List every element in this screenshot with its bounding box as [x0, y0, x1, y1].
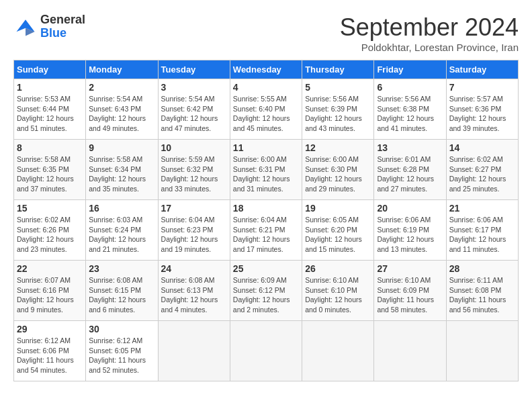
calendar-day-cell: 20Sunrise: 6:06 AMSunset: 6:19 PMDayligh…	[374, 200, 446, 261]
calendar-week-row: 29Sunrise: 6:12 AMSunset: 6:06 PMDayligh…	[14, 321, 519, 381]
day-info: Sunrise: 6:09 AMSunset: 6:12 PMDaylight:…	[233, 275, 299, 315]
calendar-day-cell: 17Sunrise: 6:04 AMSunset: 6:23 PMDayligh…	[158, 200, 230, 261]
day-number: 11	[233, 142, 299, 153]
day-number: 28	[449, 263, 515, 274]
day-info: Sunrise: 5:59 AMSunset: 6:32 PMDaylight:…	[161, 154, 227, 194]
day-number: 6	[377, 82, 443, 93]
day-info: Sunrise: 6:05 AMSunset: 6:20 PMDaylight:…	[305, 215, 371, 255]
calendar-day-cell: 28Sunrise: 6:11 AMSunset: 6:08 PMDayligh…	[446, 261, 518, 321]
day-info: Sunrise: 6:01 AMSunset: 6:28 PMDaylight:…	[377, 154, 443, 194]
calendar-day-cell: 11Sunrise: 6:00 AMSunset: 6:31 PMDayligh…	[230, 140, 302, 200]
calendar-day-cell: 2Sunrise: 5:54 AMSunset: 6:43 PMDaylight…	[86, 79, 158, 140]
calendar-day-cell: 12Sunrise: 6:00 AMSunset: 6:30 PMDayligh…	[302, 140, 374, 200]
day-number: 13	[377, 142, 443, 153]
calendar-day-cell	[374, 321, 446, 381]
calendar-day-cell: 26Sunrise: 6:10 AMSunset: 6:10 PMDayligh…	[302, 261, 374, 321]
day-info: Sunrise: 5:57 AMSunset: 6:36 PMDaylight:…	[449, 94, 515, 134]
calendar-day-cell: 6Sunrise: 5:56 AMSunset: 6:38 PMDaylight…	[374, 79, 446, 140]
calendar-table: SundayMondayTuesdayWednesdayThursdayFrid…	[13, 60, 519, 381]
day-info: Sunrise: 6:10 AMSunset: 6:10 PMDaylight:…	[305, 275, 371, 315]
day-info: Sunrise: 6:04 AMSunset: 6:21 PMDaylight:…	[233, 215, 299, 255]
calendar-day-cell: 7Sunrise: 5:57 AMSunset: 6:36 PMDaylight…	[446, 79, 518, 140]
calendar-day-cell: 3Sunrise: 5:54 AMSunset: 6:42 PMDaylight…	[158, 79, 230, 140]
calendar-day-cell	[446, 321, 518, 381]
calendar-week-row: 1Sunrise: 5:53 AMSunset: 6:44 PMDaylight…	[14, 79, 519, 140]
location-subtitle: Poldokhtar, Lorestan Province, Iran	[340, 42, 519, 53]
day-info: Sunrise: 6:00 AMSunset: 6:31 PMDaylight:…	[233, 154, 299, 194]
weekday-header-tuesday: Tuesday	[158, 60, 230, 79]
day-number: 19	[305, 203, 371, 214]
day-info: Sunrise: 6:10 AMSunset: 6:09 PMDaylight:…	[377, 275, 443, 315]
day-number: 5	[305, 82, 371, 93]
day-info: Sunrise: 6:07 AMSunset: 6:16 PMDaylight:…	[17, 275, 83, 315]
day-info: Sunrise: 6:11 AMSunset: 6:08 PMDaylight:…	[449, 275, 515, 315]
day-info: Sunrise: 5:58 AMSunset: 6:34 PMDaylight:…	[89, 154, 154, 194]
day-info: Sunrise: 6:04 AMSunset: 6:23 PMDaylight:…	[161, 215, 227, 255]
day-info: Sunrise: 5:54 AMSunset: 6:43 PMDaylight:…	[89, 94, 154, 134]
day-number: 9	[89, 142, 154, 153]
day-number: 30	[89, 324, 154, 334]
day-number: 15	[17, 203, 83, 214]
day-number: 22	[17, 263, 83, 274]
day-info: Sunrise: 6:02 AMSunset: 6:26 PMDaylight:…	[17, 215, 83, 255]
day-info: Sunrise: 6:00 AMSunset: 6:30 PMDaylight:…	[305, 154, 371, 194]
day-info: Sunrise: 6:08 AMSunset: 6:13 PMDaylight:…	[161, 275, 227, 315]
month-title: September 2024	[340, 13, 519, 42]
weekday-header-saturday: Saturday	[446, 60, 518, 79]
calendar-day-cell: 27Sunrise: 6:10 AMSunset: 6:09 PMDayligh…	[374, 261, 446, 321]
calendar-day-cell: 4Sunrise: 5:55 AMSunset: 6:40 PMDaylight…	[230, 79, 302, 140]
day-number: 12	[305, 142, 371, 153]
calendar-day-cell: 1Sunrise: 5:53 AMSunset: 6:44 PMDaylight…	[14, 79, 86, 140]
calendar-day-cell: 23Sunrise: 6:08 AMSunset: 6:15 PMDayligh…	[86, 261, 158, 321]
day-info: Sunrise: 6:08 AMSunset: 6:15 PMDaylight:…	[89, 275, 154, 315]
day-number: 14	[449, 142, 515, 153]
day-number: 1	[17, 82, 83, 93]
weekday-header-friday: Friday	[374, 60, 446, 79]
calendar-day-cell: 16Sunrise: 6:03 AMSunset: 6:24 PMDayligh…	[86, 200, 158, 261]
day-info: Sunrise: 5:55 AMSunset: 6:40 PMDaylight:…	[233, 94, 299, 134]
day-number: 27	[377, 263, 443, 274]
calendar-day-cell	[230, 321, 302, 381]
logo-icon	[13, 15, 38, 39]
calendar-day-cell	[302, 321, 374, 381]
day-number: 16	[89, 203, 154, 214]
logo: General Blue	[13, 13, 85, 40]
day-info: Sunrise: 6:12 AMSunset: 6:05 PMDaylight:…	[89, 336, 154, 375]
day-number: 18	[233, 203, 299, 214]
day-number: 3	[161, 82, 227, 93]
calendar-day-cell: 18Sunrise: 6:04 AMSunset: 6:21 PMDayligh…	[230, 200, 302, 261]
calendar-day-cell: 21Sunrise: 6:06 AMSunset: 6:17 PMDayligh…	[446, 200, 518, 261]
logo-text: General Blue	[40, 13, 85, 40]
weekday-header-row: SundayMondayTuesdayWednesdayThursdayFrid…	[14, 60, 519, 79]
calendar-week-row: 8Sunrise: 5:58 AMSunset: 6:35 PMDaylight…	[14, 140, 519, 200]
calendar-day-cell: 19Sunrise: 6:05 AMSunset: 6:20 PMDayligh…	[302, 200, 374, 261]
day-number: 4	[233, 82, 299, 93]
calendar-day-cell: 29Sunrise: 6:12 AMSunset: 6:06 PMDayligh…	[14, 321, 86, 381]
calendar-week-row: 15Sunrise: 6:02 AMSunset: 6:26 PMDayligh…	[14, 200, 519, 261]
day-info: Sunrise: 6:02 AMSunset: 6:27 PMDaylight:…	[449, 154, 515, 194]
day-number: 17	[161, 203, 227, 214]
calendar-week-row: 22Sunrise: 6:07 AMSunset: 6:16 PMDayligh…	[14, 261, 519, 321]
day-info: Sunrise: 5:58 AMSunset: 6:35 PMDaylight:…	[17, 154, 83, 194]
day-number: 26	[305, 263, 371, 274]
day-info: Sunrise: 5:56 AMSunset: 6:39 PMDaylight:…	[305, 94, 371, 134]
day-number: 24	[161, 263, 227, 274]
calendar-day-cell: 9Sunrise: 5:58 AMSunset: 6:34 PMDaylight…	[86, 140, 158, 200]
day-number: 7	[449, 82, 515, 93]
day-info: Sunrise: 5:53 AMSunset: 6:44 PMDaylight:…	[17, 94, 83, 134]
calendar-day-cell: 14Sunrise: 6:02 AMSunset: 6:27 PMDayligh…	[446, 140, 518, 200]
calendar-day-cell: 24Sunrise: 6:08 AMSunset: 6:13 PMDayligh…	[158, 261, 230, 321]
day-info: Sunrise: 6:03 AMSunset: 6:24 PMDaylight:…	[89, 215, 154, 255]
day-number: 23	[89, 263, 154, 274]
day-info: Sunrise: 5:56 AMSunset: 6:38 PMDaylight:…	[377, 94, 443, 134]
day-info: Sunrise: 5:54 AMSunset: 6:42 PMDaylight:…	[161, 94, 227, 134]
calendar-day-cell: 22Sunrise: 6:07 AMSunset: 6:16 PMDayligh…	[14, 261, 86, 321]
calendar-day-cell: 30Sunrise: 6:12 AMSunset: 6:05 PMDayligh…	[86, 321, 158, 381]
day-number: 29	[17, 324, 83, 334]
calendar-day-cell: 5Sunrise: 5:56 AMSunset: 6:39 PMDaylight…	[302, 79, 374, 140]
day-number: 2	[89, 82, 154, 93]
day-info: Sunrise: 6:12 AMSunset: 6:06 PMDaylight:…	[17, 336, 83, 375]
weekday-header-sunday: Sunday	[14, 60, 86, 79]
day-info: Sunrise: 6:06 AMSunset: 6:17 PMDaylight:…	[449, 215, 515, 255]
weekday-header-monday: Monday	[86, 60, 158, 79]
